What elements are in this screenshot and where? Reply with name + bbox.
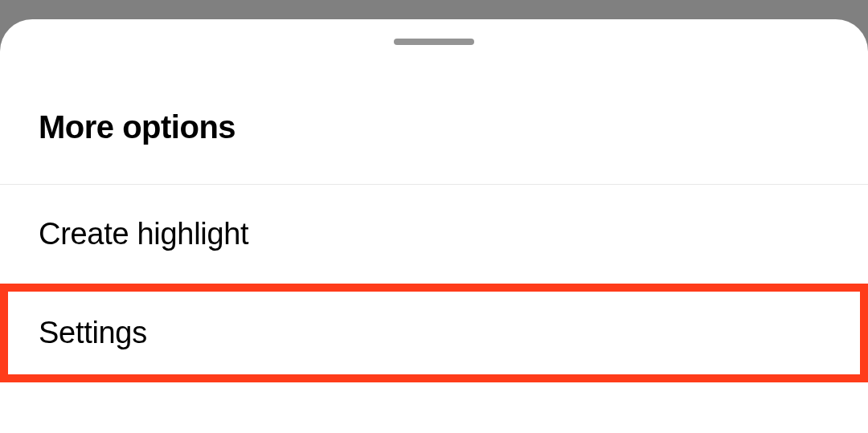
bottom-sheet: More options Create highlight Settings [0,19,868,433]
drag-handle-icon[interactable] [394,39,474,45]
annotation-highlight: Settings [0,284,868,382]
menu-item-settings[interactable]: Settings [8,292,860,374]
menu-item-create-highlight[interactable]: Create highlight [0,185,868,284]
sheet-title: More options [0,45,868,184]
